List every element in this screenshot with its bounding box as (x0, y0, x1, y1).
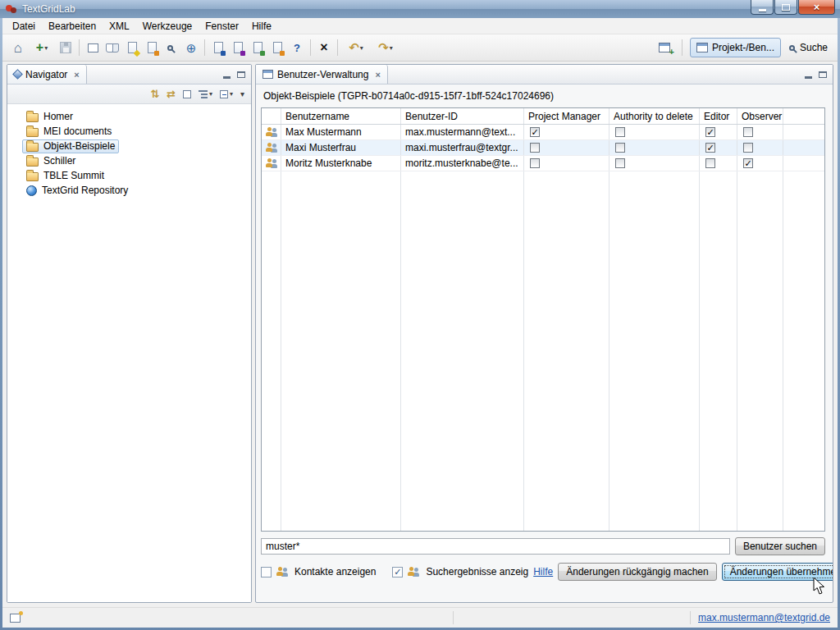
editor-checkbox[interactable] (705, 158, 715, 168)
main-toolbar: ⌂ + ▾ ⊕ ? × ↶ ▾ ↷ ▾ Projekt-/Ben... Such… (2, 34, 838, 62)
tab-close-icon[interactable]: × (375, 70, 380, 80)
tree-item-homer[interactable]: Homer (7, 109, 251, 124)
editor-checkbox[interactable] (705, 127, 715, 137)
new-object-button[interactable]: + ▾ (28, 38, 56, 57)
menu-hilfe[interactable]: Hilfe (245, 19, 278, 34)
observer-checkbox[interactable] (743, 143, 753, 153)
table-row[interactable]: Maxi Musterfrau maxi.musterfrau@textgr..… (262, 140, 824, 156)
authority-to-delete-checkbox[interactable] (615, 143, 625, 153)
user-search-input[interactable] (261, 538, 730, 555)
maximize-button[interactable] (774, 0, 797, 15)
xml-document-icon (214, 42, 223, 53)
maximize-view-icon[interactable] (819, 71, 827, 78)
tab-benutzer-verwaltung[interactable]: Benutzer-Verwaltung × (256, 65, 388, 84)
table-row[interactable]: Moritz Musterknabe moritz.musterknabe@te… (262, 156, 824, 171)
editor-checkbox[interactable] (705, 143, 715, 153)
back-icon: ↶ (349, 42, 359, 53)
navigator-view-buttons (223, 65, 251, 84)
perspective-projekt-benutzer-button[interactable]: Projekt-/Ben... (690, 38, 781, 57)
show-results-checkbox[interactable] (392, 567, 403, 578)
search-perspective-button[interactable]: Suche (785, 40, 832, 55)
editor-view-buttons (805, 65, 833, 84)
tree-item-textgrid-repository[interactable]: TextGrid Repository (7, 183, 251, 198)
revert-document-button[interactable] (142, 38, 162, 57)
help-link[interactable]: Hilfe (533, 566, 553, 578)
logged-in-user-link[interactable]: max.mustermann@textgrid.de (698, 612, 830, 623)
sync-icon[interactable]: ⇄ (167, 88, 176, 100)
tab-navigator[interactable]: Navigator × (7, 65, 87, 84)
grid-view-button[interactable] (83, 38, 103, 57)
dictionary-button[interactable] (103, 38, 122, 57)
link-with-editor-icon[interactable] (183, 90, 191, 98)
cell-username: Maxi Musterfrau (281, 140, 401, 155)
view-menu-icon[interactable]: ▾ (240, 89, 244, 98)
forward-history-button[interactable]: ↷ ▾ (371, 38, 400, 57)
xml-transform-button[interactable] (228, 38, 248, 57)
user-admin-panel: Benutzer-Verwaltung × Objekt-Beispiele (… (255, 64, 833, 603)
xml-validate-button[interactable] (248, 38, 267, 57)
observer-checkbox[interactable] (743, 127, 753, 137)
tree-item-objekt-beispiele[interactable]: Objekt-Beispiele (7, 139, 251, 153)
authority-to-delete-checkbox[interactable] (615, 127, 625, 137)
tree-presentation-button[interactable]: ▾ (199, 90, 212, 98)
menu-werkzeuge[interactable]: Werkzeuge (136, 19, 199, 34)
collapse-all-button[interactable]: ▾ (220, 90, 233, 98)
tree-item-schiller[interactable]: Schiller (7, 153, 251, 168)
authority-to-delete-checkbox[interactable] (615, 158, 625, 168)
web-publish-button[interactable]: ⊕ (181, 38, 201, 57)
column-header-observer[interactable]: Observer (737, 108, 783, 124)
tree-item-tble-summit[interactable]: TBLE Summit (7, 168, 251, 183)
xml-document-button[interactable] (208, 38, 228, 57)
refresh-icon[interactable]: ⇅ (150, 88, 159, 100)
contacts-icon (276, 567, 290, 577)
minimize-button[interactable] (751, 0, 774, 15)
show-results-label[interactable]: Suchergebnisse anzeig (426, 566, 528, 578)
delete-button[interactable]: × (314, 38, 334, 57)
maximize-view-icon[interactable] (237, 71, 245, 78)
navigator-panel: Navigator × ⇅ ⇄ ▾ ▾ ▾ Homer MEI document… (7, 64, 252, 603)
globe-icon: ⊕ (186, 42, 197, 54)
maximize-icon (782, 4, 790, 11)
column-header-benutzer-id[interactable]: Benutzer-ID (401, 108, 524, 124)
minimize-view-icon[interactable] (223, 76, 231, 79)
open-perspective-button[interactable] (655, 38, 674, 57)
xml-validate-icon (253, 42, 262, 53)
project-manager-checkbox[interactable] (530, 143, 540, 153)
undo-changes-button[interactable]: Änderungen rückgängig machen (558, 563, 716, 581)
cell-username: Moritz Musterknabe (281, 156, 401, 171)
menu-datei[interactable]: Datei (6, 19, 42, 34)
column-header-editor[interactable]: Editor (700, 108, 737, 124)
search-document-button[interactable] (162, 38, 181, 57)
save-button[interactable] (56, 38, 75, 57)
minimize-view-icon[interactable] (805, 76, 812, 79)
perspective-label: Projekt-/Ben... (712, 42, 774, 53)
close-button[interactable]: × (798, 0, 835, 15)
show-contacts-label[interactable]: Kontakte anzeigen (294, 566, 376, 578)
menu-fenster[interactable]: Fenster (199, 19, 245, 34)
search-users-button[interactable]: Benutzer suchen (735, 537, 825, 555)
project-manager-checkbox[interactable] (530, 158, 540, 168)
column-header-benutzername[interactable]: Benutzername (281, 108, 401, 124)
textgrid-logo-icon (6, 3, 17, 15)
window-title: TextGridLab (22, 3, 75, 15)
tab-close-icon[interactable]: × (74, 70, 79, 80)
home-icon: ⌂ (14, 41, 22, 55)
window-titlebar[interactable]: TextGridLab × (0, 0, 840, 18)
back-history-button[interactable]: ↶ ▾ (341, 38, 371, 57)
show-contacts-checkbox[interactable] (261, 567, 272, 578)
menu-bearbeiten[interactable]: Bearbeiten (42, 19, 103, 34)
home-button[interactable]: ⌂ (8, 38, 28, 57)
project-manager-checkbox[interactable] (530, 127, 540, 137)
fast-view-icon[interactable] (10, 614, 21, 623)
observer-checkbox[interactable] (743, 158, 753, 168)
table-row[interactable]: Max Mustermann max.mustermann@text... (262, 125, 824, 140)
help-button[interactable]: ? (287, 38, 307, 57)
column-header-project-manager[interactable]: Project Manager (524, 108, 609, 124)
menu-xml[interactable]: XML (103, 19, 136, 34)
hierarchy-icon (199, 90, 208, 98)
tree-item-mei-documents[interactable]: MEI documents (7, 124, 251, 139)
column-header-authority-to-delete[interactable]: Authority to delete (609, 108, 700, 124)
xml-schema-button[interactable] (267, 38, 287, 57)
apply-changes-button[interactable]: Änderungen übernehmen (722, 563, 833, 581)
edit-document-button[interactable] (122, 38, 142, 57)
